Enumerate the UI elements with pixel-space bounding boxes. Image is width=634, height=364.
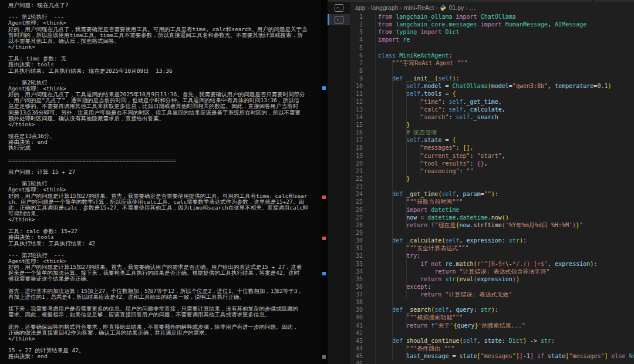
line-number: 43 [350,337,363,345]
terminal-line: 工具: calc 参数: 15+27 [8,228,321,234]
code-editor-pane: >_>_ app›langgraph›mini-ReAct›01.py›… 1f… [328,0,634,364]
line-number: 15 [350,121,363,129]
strip-item-terminal-1[interactable]: >_ [328,3,350,13]
terminal-line: 执行完成 [8,145,321,151]
line-number: 5 [350,44,363,52]
code-line: 1from langchain_ollama import ChatOllama [350,13,634,21]
line-number: 33 [350,260,363,268]
code-line: 5 [350,44,634,52]
line-number: 2 [350,21,363,28]
breadcrumb-item-mini-react[interactable]: mini-ReAct [404,4,434,11]
terminal-line: </think> [8,217,321,223]
terminal-line: 再加上进位的1，总共是4，所以结果应该是42。这和工具给出的结果一致，说明工具执… [8,294,321,300]
indent-guide [420,144,421,176]
line-number: 35 [350,275,363,283]
line-number: 6 [350,52,363,59]
code-line: 6class MiniReActAgent: [350,52,634,59]
terminal-line: 息是足够的。不需要再调用其他工具来获取更多信息，比如日期或者其他时间相关的数据。… [8,103,321,109]
breadcrumb-item-01-py[interactable]: 01.py [449,4,464,11]
indent-guide [420,98,421,121]
line-number: 11 [350,90,363,97]
line-number: 24 [350,190,363,198]
breadcrumb-item-app[interactable]: app [355,4,366,11]
terminal-line: 可得到结果。 [8,211,321,217]
line-number: 17 [350,136,363,144]
line-number: 4 [350,36,363,43]
overview-ruler-marker [322,237,326,240]
line-number: 37 [350,291,363,298]
breadcrumb-item-langgraph[interactable]: langgraph [371,4,399,11]
terminal-line: 用户问题: 计算 15 + 27 [8,169,321,175]
indent-guide [406,314,407,329]
indent-guide [392,59,393,360]
line-number: 19 [350,152,363,160]
terminal-line: 15 + 27 的计算结果是 42。 [8,348,321,353]
app-window: 用户问题: 现在几点了? --- 第1轮执行 ---Agent推理: <thin… [0,0,634,364]
line-number: 12 [350,98,363,106]
terminal-line: 路由决策: end [8,353,321,359]
overview-ruler-marker [322,196,326,199]
line-number: 20 [350,160,363,167]
breadcrumb-item--[interactable]: … [470,4,476,11]
indent-guide [406,245,407,299]
indent-guide [406,198,407,230]
line-number: 7 [350,59,363,67]
breadcrumb: app›langgraph›mini-ReAct›01.py›… [354,3,477,12]
code-line: 2from langchain_core.messages import Hum… [350,21,634,28]
line-number: 9 [350,75,363,82]
line-number: 22 [350,175,363,183]
gutter-divider [375,13,376,364]
terminal-line: </think> [8,122,321,127]
terminal-line: 额外处理时区问题。确认没有其他隐藏需求后，直接给出答案。 [8,116,321,122]
indent-guide [406,345,407,360]
terminal-line: ========================================… [8,157,321,163]
overview-ruler-marker [322,355,326,359]
code-line: 46 [350,360,634,364]
terminal-line: 现在是13点36分。 [8,133,321,139]
line-number: 16 [350,129,363,136]
line-number: 38 [350,298,363,306]
overview-ruler-marker [322,272,326,275]
terminal-output-pane[interactable]: 用户问题: 现在几点了? --- 第1轮执行 ---Agent推理: <thin… [0,0,321,364]
overview-ruler-marker [322,86,326,90]
terminal-line: 工具: time 参数: 无 [8,56,321,62]
code-area[interactable]: 1from langchain_ollama import ChatOllama… [350,13,634,364]
editor-content: app›langgraph›mini-ReAct›01.py›… 1from l… [350,2,634,364]
line-number: 41 [350,322,363,329]
line-number: 1 [350,13,363,21]
line-number: 25 [350,198,363,205]
terminal-line: </think> [8,336,321,342]
line-number: 18 [350,144,363,151]
breadcrumb-separator: › [400,5,402,11]
terminal-line: </think> [8,44,321,50]
terminal-line: 需求。因此，根据指示，如果信息足够，应该直接回答用户的问题，不需要调用其他工具或… [8,312,321,318]
line-number: 46 [350,360,363,364]
line-number: 39 [350,306,363,314]
code-line: 3from typing import Dict [350,28,634,36]
line-number: 13 [350,106,363,113]
line-number: 23 [350,183,363,190]
terminal-line: 路由决策: end [8,139,321,145]
breadcrumb-separator: › [436,5,437,11]
line-number: 28 [350,221,363,229]
line-number: 42 [350,329,363,337]
terminal-line: 正确的做法是直接返回42作为答案，确认工具的结果正确，并且满足用户的需求。 [8,330,321,336]
breadcrumb-separator: › [466,5,467,11]
line-number: 3 [350,28,363,36]
code-line: 4import re [350,36,634,43]
indent-guide [406,82,407,183]
strip-item-terminal-2[interactable]: >_ [328,14,350,25]
terminal-line: 工具执行结果: 工具执行结果: 42 [8,241,321,247]
terminal-line: 候我需要验证这个结果是否正确。 [8,276,321,282]
line-number: 21 [350,167,363,175]
python-icon [440,5,446,11]
pane-divider[interactable] [321,0,328,364]
line-number: 30 [350,237,363,244]
line-number: 31 [350,244,363,252]
line-number: 32 [350,252,363,259]
terminal-line: 工具执行结果: 工具执行结果: 现在是2025年10月09日 13:36 [8,68,321,74]
line-number: 36 [350,283,363,291]
terminal-line: 以不需要其他工具。确认后，按照格式回答。 [8,38,321,44]
terminal-line: 此，正确的工具调用是calc，参数是15+27。不需要使用其他工具，因为time… [8,205,321,211]
line-number: 14 [350,113,363,121]
